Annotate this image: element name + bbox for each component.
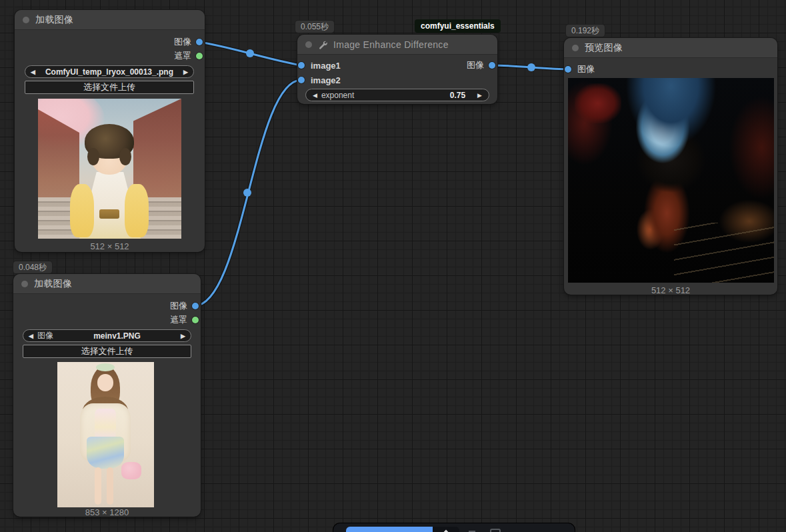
combo-right-arrow-icon[interactable]: ▶ xyxy=(181,333,185,339)
widget-value: 0.75 xyxy=(450,91,465,100)
slot-label: 图像 xyxy=(174,36,191,48)
node-load-image-bottom[interactable]: 加载图像 图像 遮罩 ◀ 图像 meinv1.PNG ▶ 选择文件上传 xyxy=(13,274,201,517)
link-enhance-to-preview[interactable] xyxy=(491,63,571,71)
slot-label: 遮罩 xyxy=(174,50,191,62)
mask-slot-dot[interactable] xyxy=(196,53,203,59)
link-midpoint-dot xyxy=(527,63,535,71)
output-slot-image[interactable]: 图像 xyxy=(13,300,201,312)
queue-panel-icon[interactable] xyxy=(490,529,501,532)
execution-time-badge: 0.192秒 xyxy=(566,25,605,37)
loaded-image-preview[interactable] xyxy=(57,362,154,507)
wrench-icon xyxy=(318,40,327,49)
figure-sleeve-left xyxy=(70,184,94,237)
image-size-caption: 512 × 512 xyxy=(15,241,205,251)
node-preview-image[interactable]: 预览图像 图像 512 × 512 xyxy=(564,38,777,295)
figure-leg xyxy=(95,467,101,505)
slot-label: 图像 xyxy=(577,63,595,75)
collapse-dot-icon[interactable] xyxy=(21,281,28,287)
slot-label: 遮罩 xyxy=(170,314,187,326)
collapse-dot-icon[interactable] xyxy=(305,41,312,48)
combo-left-arrow-icon[interactable]: ◀ xyxy=(31,69,35,75)
image-slot-dot[interactable] xyxy=(298,77,305,83)
node-header[interactable]: Image Enhance Difference xyxy=(297,35,497,55)
figure-leg xyxy=(107,467,113,505)
node-title: Image Enhance Difference xyxy=(333,39,449,50)
exponent-number-widget[interactable]: ◀ exponent 0.75 ▶ xyxy=(305,89,489,101)
execution-time-badge: 0.048秒 xyxy=(13,261,52,273)
output-slot-mask[interactable]: 遮罩 xyxy=(15,50,205,62)
combo-label: 图像 xyxy=(37,330,53,341)
queue-run-button[interactable] xyxy=(346,527,433,532)
mask-slot-dot[interactable] xyxy=(192,317,199,323)
slot-label: 图像 xyxy=(170,300,187,312)
execution-time-badge: 0.055秒 xyxy=(295,21,334,33)
combo-value: ComfyUI_temp_lryox_00013_.png xyxy=(39,67,179,77)
figure-hair-side xyxy=(87,148,99,165)
image-file-combo[interactable]: ◀ ComfyUI_temp_lryox_00013_.png ▶ xyxy=(25,65,194,78)
figure-floral-top xyxy=(95,409,116,439)
input-slot-image2[interactable]: image2 xyxy=(297,74,497,86)
bottom-queue-toolbar[interactable] xyxy=(333,523,575,532)
node-title: 预览图像 xyxy=(585,42,623,54)
combo-right-arrow-icon[interactable]: ▶ xyxy=(183,69,188,75)
widget-label: exponent xyxy=(321,91,450,100)
image-file-combo[interactable]: ◀ 图像 meinv1.PNG ▶ xyxy=(23,329,191,342)
combo-left-arrow-icon[interactable]: ◀ xyxy=(29,333,33,339)
node-title: 加载图像 xyxy=(35,14,73,26)
image-size-caption: 853 × 1280 xyxy=(13,507,201,517)
node-title: 加载图像 xyxy=(34,278,72,290)
figure-sash xyxy=(99,209,119,219)
link-loadbottom-to-image2[interactable] xyxy=(194,80,301,306)
chevron-up-icon xyxy=(441,529,451,532)
upload-file-button[interactable]: 选择文件上传 xyxy=(23,345,191,358)
image-slot-dot[interactable] xyxy=(565,66,571,73)
hair-bow xyxy=(96,363,115,371)
figure-face xyxy=(97,374,113,391)
image-slot-dot[interactable] xyxy=(196,39,203,45)
figure-hair-side xyxy=(119,148,131,165)
image-slot-dot[interactable] xyxy=(489,62,495,69)
collapse-dot-icon[interactable] xyxy=(23,17,29,23)
increment-arrow-icon[interactable]: ▶ xyxy=(477,92,482,99)
faint-stairs xyxy=(674,223,774,283)
preview-image-output[interactable] xyxy=(568,78,774,283)
slot-label: 图像 xyxy=(467,59,484,71)
figure-sleeve-right xyxy=(125,184,149,237)
link-loadtop-to-image1[interactable] xyxy=(199,42,301,65)
output-slot-image[interactable]: 图像 xyxy=(297,59,497,71)
link-midpoint-dot xyxy=(243,189,251,197)
combo-value: meinv1.PNG xyxy=(57,331,177,341)
node-image-enhance-difference[interactable]: Image Enhance Difference image1 image2 图… xyxy=(297,35,497,104)
node-graph-canvas[interactable]: 加载图像 图像 遮罩 ◀ ComfyUI_temp_lryox_00013_.p… xyxy=(0,0,786,532)
upload-file-button[interactable]: 选择文件上传 xyxy=(25,81,194,94)
figure-floral-skirt xyxy=(87,437,124,469)
output-slot-image[interactable]: 图像 xyxy=(15,36,205,48)
output-slot-mask[interactable]: 遮罩 xyxy=(13,314,201,326)
run-options-button[interactable] xyxy=(433,527,459,532)
image-size-caption: 512 × 512 xyxy=(564,285,777,295)
link-midpoint-dot xyxy=(246,49,254,57)
node-header[interactable]: 加载图像 xyxy=(15,10,205,30)
red-pattern-patch xyxy=(575,83,621,123)
node-header[interactable]: 加载图像 xyxy=(13,274,201,294)
history-icon[interactable] xyxy=(467,529,477,532)
slot-label: image2 xyxy=(311,75,341,85)
collapse-dot-icon[interactable] xyxy=(572,45,579,51)
node-pack-badge: comfyui_essentials xyxy=(415,19,501,33)
pink-handbag xyxy=(121,462,141,479)
decrement-arrow-icon[interactable]: ◀ xyxy=(313,92,317,99)
image-slot-dot[interactable] xyxy=(192,303,199,309)
node-header[interactable]: 预览图像 xyxy=(564,38,777,58)
loaded-image-preview[interactable] xyxy=(38,99,181,239)
input-slot-image[interactable]: 图像 xyxy=(564,63,777,75)
node-load-image-top[interactable]: 加载图像 图像 遮罩 ◀ ComfyUI_temp_lryox_00013_.p… xyxy=(15,10,205,252)
